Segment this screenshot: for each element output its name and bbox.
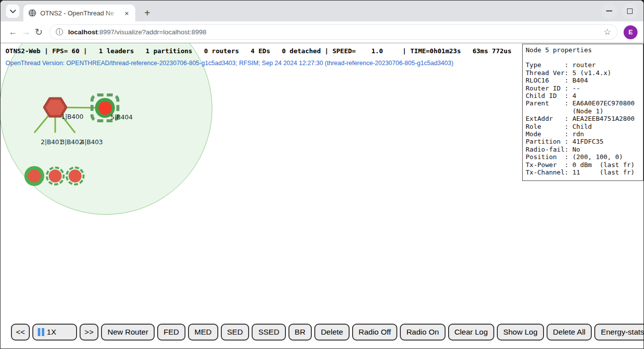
fed-button[interactable]: FED <box>157 324 185 341</box>
site-info-icon[interactable]: ⓘ <box>56 27 63 37</box>
node-3[interactable] <box>46 167 65 185</box>
energy-stats-button[interactable]: Energy-stats ↗ <box>594 324 644 341</box>
node-4-core <box>69 170 82 182</box>
delete-button[interactable]: Delete <box>314 324 350 341</box>
properties-body: Type : router Thread Ver: 5 (v1.4.x) RLO… <box>526 61 640 176</box>
radio-range-circle <box>0 43 212 215</box>
tab-strip: OTNS2 - OpenThread Ne × + <box>0 0 644 21</box>
profile-avatar[interactable]: E <box>624 25 638 39</box>
new-router-button[interactable]: New Router <box>101 324 155 341</box>
node-1-label: 1|B400 <box>61 113 84 120</box>
radio-on-button[interactable]: Radio On <box>400 324 445 341</box>
speed-up-button[interactable]: >> <box>80 324 98 341</box>
node-2-label: 2|B401 <box>41 138 63 146</box>
node-4-label: 4|B403 <box>81 138 103 146</box>
med-button[interactable]: MED <box>188 324 218 341</box>
node-2-core <box>28 170 41 182</box>
node-3-label: 3|B402 <box>61 138 83 146</box>
bookmark-star-icon[interactable]: ☆ <box>604 27 611 37</box>
maximize-button[interactable] <box>622 3 638 19</box>
speed-label: 1X <box>47 328 56 337</box>
ssed-button[interactable]: SSED <box>252 324 285 341</box>
otns-canvas: 1|B400 2|B401 3|B402 4|B403 5|B404 OTNS2… <box>0 43 644 349</box>
radio-off-button[interactable]: Radio Off <box>352 324 397 341</box>
reload-button[interactable]: ↻ <box>32 26 45 38</box>
browser-toolbar: ← → ↻ ⓘ localhost:8997/visualize?addr=lo… <box>0 21 644 43</box>
br-button[interactable]: BR <box>288 324 312 341</box>
back-button[interactable]: ← <box>6 27 19 37</box>
tab-title: OTNS2 - OpenThread Ne <box>40 9 119 17</box>
address-bar[interactable]: ⓘ localhost:8997/visualize?addr=localhos… <box>49 24 618 40</box>
status-bar: OTNS2-Web | FPS= 60 | 1 leaders 1 partit… <box>5 47 511 55</box>
minimize-icon <box>606 10 612 11</box>
browser-tab[interactable]: OTNS2 - OpenThread Ne × <box>23 4 135 21</box>
globe-favicon-icon <box>28 9 36 17</box>
speed-pause-button[interactable]: 1X <box>32 324 77 341</box>
pause-icon <box>38 328 44 336</box>
browser-window: OTNS2 - OpenThread Ne × + ← → ↻ ⓘ localh… <box>0 0 644 349</box>
node-4[interactable] <box>66 167 85 185</box>
delete-all-button[interactable]: Delete All <box>547 324 592 341</box>
tab-search-button[interactable] <box>6 4 19 18</box>
show-log-button[interactable]: Show Log <box>497 324 544 341</box>
url-text: localhost:8997/visualize?addr=localhost:… <box>68 28 206 36</box>
node-3-core <box>49 170 62 182</box>
simulation-toolbar: << 1X >> New Router FED MED SED SSED BR … <box>11 324 644 341</box>
tab-close-icon[interactable]: × <box>122 8 131 17</box>
minimize-button[interactable] <box>601 3 617 19</box>
new-tab-button[interactable]: + <box>140 6 154 20</box>
properties-title: Node 5 properties <box>526 46 640 54</box>
maximize-icon <box>627 8 633 14</box>
speed-down-button[interactable]: << <box>11 324 30 341</box>
window-controls <box>601 3 638 19</box>
sed-button[interactable]: SED <box>221 324 250 341</box>
chevron-down-icon <box>10 9 16 13</box>
clear-log-button[interactable]: Clear Log <box>448 324 494 341</box>
node-5-label: 5|B404 <box>110 113 133 121</box>
node-properties-panel: Node 5 properties Type : router Thread V… <box>522 44 644 181</box>
node-2[interactable] <box>24 166 44 186</box>
forward-button[interactable]: → <box>19 27 32 37</box>
version-line: OpenThread Version: OPENTHREAD/thread-re… <box>5 60 454 67</box>
